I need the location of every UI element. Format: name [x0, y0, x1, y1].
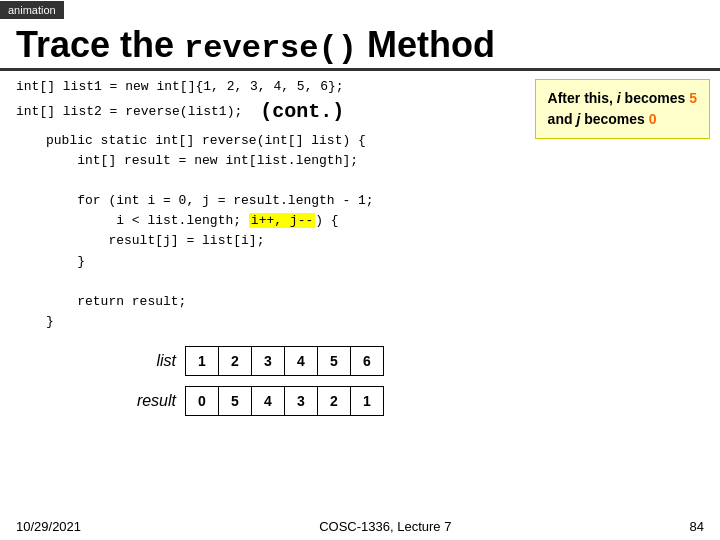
top-bar: animation — [0, 1, 64, 19]
tooltip-box: After this, i becomes 5 and j becomes 0 — [535, 79, 710, 139]
cont-label: (cont.) — [260, 97, 344, 127]
code-line-4: i < list.length; i++, j--) { — [46, 211, 704, 231]
array-cell: 3 — [284, 386, 318, 416]
list-array-label: list — [116, 352, 176, 370]
tooltip-text2: becomes — [621, 90, 689, 106]
code-line-2 — [46, 171, 704, 191]
array-cell: 4 — [284, 346, 318, 376]
array-cell: 1 — [350, 386, 384, 416]
array-cell: 5 — [317, 346, 351, 376]
title-code: reverse() — [184, 30, 357, 67]
code-line-3: for (int i = 0, j = result.length - 1; — [46, 191, 704, 211]
array-cell: 6 — [350, 346, 384, 376]
array-cell: 5 — [218, 386, 252, 416]
highlight-iipp-jmm: i++, j-- — [249, 213, 315, 228]
list-array-row: list 123456 — [116, 346, 704, 376]
array-cell: 2 — [317, 386, 351, 416]
page-title: Trace the reverse() Method — [16, 25, 704, 66]
code-line-7 — [46, 272, 704, 292]
code-line-5: result[j] = list[i]; — [46, 231, 704, 251]
result-array-row: result 054321 — [116, 386, 704, 416]
tooltip-val0: 0 — [649, 111, 657, 127]
main-code-block: public static int[] reverse(int[] list) … — [46, 131, 704, 332]
arrays-section: list 123456 result 054321 — [116, 346, 704, 416]
tooltip-text4: becomes — [580, 111, 648, 127]
code-line-9: } — [46, 312, 704, 332]
array-cell: 4 — [251, 386, 285, 416]
array-cell: 2 — [218, 346, 252, 376]
tooltip-text1: After this, — [548, 90, 617, 106]
list-array-cells: 123456 — [186, 346, 384, 376]
code-line-6: } — [46, 252, 704, 272]
code-line-8: return result; — [46, 292, 704, 312]
title-prefix: Trace the — [16, 24, 184, 65]
tooltip-val5: 5 — [689, 90, 697, 106]
title-area: Trace the reverse() Method — [0, 19, 720, 71]
title-suffix: Method — [357, 24, 495, 65]
array-cell: 0 — [185, 386, 219, 416]
intro-line2: int[] list2 = reverse(list1); — [16, 102, 242, 122]
content-area: int[] list1 = new int[]{1, 2, 3, 4, 5, 6… — [0, 71, 720, 422]
array-cell: 3 — [251, 346, 285, 376]
result-array-label: result — [116, 392, 176, 410]
footer: 10/29/2021 COSC-1336, Lecture 7 84 — [0, 519, 720, 534]
tooltip-text3: and — [548, 111, 577, 127]
animation-label: animation — [8, 4, 56, 16]
footer-course: COSC-1336, Lecture 7 — [319, 519, 451, 534]
result-array-cells: 054321 — [186, 386, 384, 416]
code-line-1: int[] result = new int[list.length]; — [46, 151, 704, 171]
array-cell: 1 — [185, 346, 219, 376]
footer-date: 10/29/2021 — [16, 519, 81, 534]
footer-page: 84 — [690, 519, 704, 534]
